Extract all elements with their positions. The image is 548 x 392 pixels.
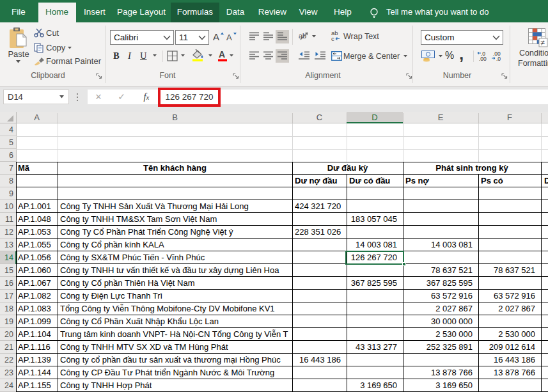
svg-text:.00: .00	[479, 56, 487, 61]
svg-text:A: A	[226, 33, 232, 42]
svg-text:A: A	[213, 31, 219, 42]
svg-text:≠: ≠	[541, 38, 545, 47]
svg-text:.0: .0	[496, 56, 501, 61]
svg-text:A: A	[219, 49, 225, 59]
svg-text:c: c	[331, 35, 334, 42]
